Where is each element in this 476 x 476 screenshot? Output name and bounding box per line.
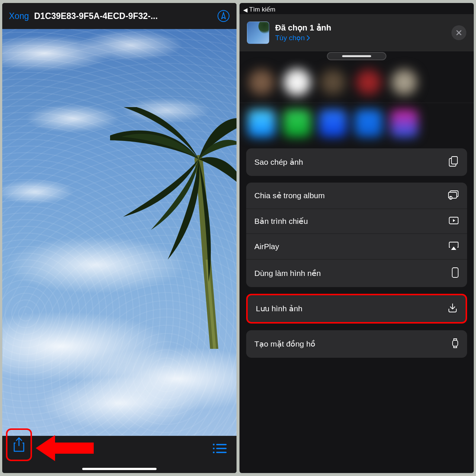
status-bar: ◀ Tìm kiếm (239, 3, 474, 14)
action-watch-face[interactable]: Tạo mặt đồng hồ (246, 330, 467, 358)
action-group-copy: Sao chép ảnh (246, 148, 467, 176)
svg-point-3 (213, 448, 215, 450)
close-button[interactable] (451, 25, 466, 40)
photo-content[interactable] (2, 29, 237, 436)
list-icon[interactable] (212, 443, 227, 456)
options-button[interactable]: Tùy chọn (275, 33, 446, 42)
done-button[interactable]: Xong (9, 11, 29, 21)
action-group-save: Lưu hình ảnh (246, 294, 467, 324)
sheet-header: Đã chọn 1 ảnh Tùy chọn (239, 14, 474, 51)
svg-rect-7 (451, 157, 457, 164)
viewer-header: Xong D1C39E83-9F5A-4ECD-9F32-... (2, 3, 237, 29)
photo-viewer-panel: Xong D1C39E83-9F5A-4ECD-9F32-... (2, 3, 237, 473)
action-share-album[interactable]: Chia sẻ trong album (246, 183, 467, 209)
sheet-title: Đã chọn 1 ảnh (275, 23, 446, 33)
svg-point-11 (450, 197, 451, 198)
file-title: D1C39E83-9F5A-4ECD-9F32-... (34, 11, 212, 21)
share-sheet-panel: ◀ Tìm kiếm Đã chọn 1 ảnh Tùy chọn (239, 3, 474, 473)
watch-icon (451, 338, 459, 350)
selection-thumbnail[interactable] (247, 22, 269, 44)
back-label[interactable]: Tìm kiếm (249, 6, 275, 13)
action-group-main: Chia sẻ trong album Bản trình chiếu AirP… (246, 183, 467, 287)
back-chevron-icon[interactable]: ◀ (243, 7, 248, 13)
markup-icon[interactable] (217, 10, 230, 22)
download-icon (448, 303, 457, 315)
copy-icon (448, 156, 459, 168)
shared-album-icon (448, 190, 459, 201)
palm-tree-image (110, 107, 237, 349)
action-copy-photo[interactable]: Sao chép ảnh (246, 148, 467, 176)
action-airplay[interactable]: AirPlay (246, 234, 467, 260)
airplay-icon (448, 241, 459, 252)
airdrop-contacts-row[interactable] (239, 64, 474, 100)
svg-rect-13 (452, 268, 458, 277)
phone-icon (451, 267, 459, 280)
viewer-footer (2, 436, 237, 473)
action-slideshow[interactable]: Bản trình chiếu (246, 209, 467, 234)
pill-handle[interactable] (327, 52, 386, 60)
play-rect-icon (448, 216, 459, 226)
share-button[interactable] (6, 428, 32, 461)
svg-point-5 (213, 451, 215, 453)
svg-rect-14 (453, 340, 458, 346)
chevron-right-icon (306, 35, 310, 41)
arrow-callout-icon (34, 434, 94, 463)
svg-point-1 (213, 444, 215, 446)
share-apps-row[interactable] (239, 105, 474, 142)
sheet-grabber-row (239, 51, 474, 64)
home-indicator (82, 468, 157, 470)
action-save-image[interactable]: Lưu hình ảnh (248, 295, 466, 322)
action-wallpaper[interactable]: Dùng làm hình nền (246, 260, 467, 287)
close-icon (456, 29, 462, 36)
action-group-watch: Tạo mặt đồng hồ (246, 330, 467, 358)
